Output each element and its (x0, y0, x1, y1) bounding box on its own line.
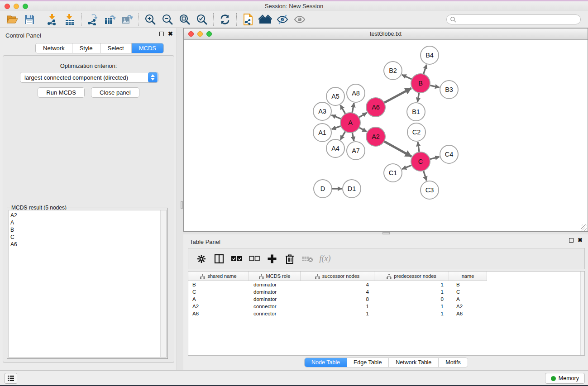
graph-edge-A-A5[interactable] (340, 105, 345, 114)
graph-edge-C-C4[interactable] (430, 157, 439, 159)
column-header-MCDS-role[interactable]: MCDS role (249, 272, 301, 281)
tab-select[interactable]: Select (100, 43, 132, 53)
graph-edge-B-B1[interactable] (417, 93, 419, 102)
control-panel-title: Control Panel (5, 32, 41, 39)
graph-edge-B-B2[interactable] (402, 75, 412, 79)
graph-edge-A2-C[interactable] (384, 141, 411, 157)
tab-network-table[interactable]: Network Table (389, 358, 439, 367)
graph-edge-A-A6[interactable] (359, 113, 367, 118)
close-panel-icon[interactable]: ✖ (168, 32, 173, 36)
graph-edge-A-A4[interactable] (340, 131, 345, 140)
float-panel-icon[interactable] (569, 238, 574, 243)
refresh-view-button[interactable] (216, 12, 234, 27)
tab-motifs[interactable]: Motifs (439, 358, 467, 367)
graph-edge-A6-B[interactable] (384, 88, 411, 103)
graph-node-label: D (320, 185, 325, 192)
column-header-name[interactable]: name (449, 272, 487, 281)
result-item[interactable]: A6 (9, 241, 166, 248)
first-neighbors-button[interactable] (257, 12, 274, 27)
graph-edge-A-A3[interactable] (331, 115, 341, 119)
cell (487, 295, 584, 303)
tab-mcds[interactable]: MCDS (132, 43, 163, 53)
optimization-criterion-select[interactable]: largest connected component (directed) (20, 72, 158, 83)
result-list-scrollbar[interactable] (160, 210, 166, 357)
show-graphics-details-button[interactable] (291, 12, 308, 27)
column-header-successor-nodes[interactable]: successor nodes (301, 272, 374, 281)
attribute-icon (387, 274, 392, 279)
save-session-button[interactable] (21, 12, 38, 27)
network-window-title-bar[interactable]: testGlobe.txt (184, 29, 588, 40)
zoom-fit-button[interactable] (176, 12, 193, 27)
graph-edge-A-A7[interactable] (352, 133, 354, 141)
export-table-button[interactable] (101, 12, 119, 27)
graph-edge-C-C3[interactable] (423, 171, 426, 181)
node-table: shared nameMCDS rolesuccessor nodesprede… (188, 271, 585, 356)
result-item[interactable]: A2 (9, 212, 166, 219)
graph-edge-B-B4[interactable] (423, 65, 426, 74)
trash-icon (285, 254, 294, 264)
result-item[interactable]: B (9, 226, 166, 234)
cell: 8 (301, 295, 374, 303)
open-file-button[interactable] (4, 12, 21, 27)
graph-edge-C-C2[interactable] (418, 142, 419, 152)
network-canvas[interactable]: AA1A3A5A8A6A2A4A7BB2B4B3B1CC2C4C1C3DD1 (184, 40, 588, 231)
search-box[interactable] (446, 14, 581, 24)
tab-network[interactable]: Network (36, 43, 72, 53)
add-column-button[interactable] (266, 253, 278, 265)
run-mcds-button[interactable]: Run MCDS (38, 87, 85, 98)
table-row[interactable]: Cdominator41C (188, 288, 584, 295)
hide-graphics-details-button[interactable] (274, 12, 291, 27)
select-all-columns-button[interactable] (231, 253, 243, 265)
cell: B (449, 281, 487, 288)
search-input[interactable] (456, 15, 580, 24)
close-panel-button[interactable]: Close panel (91, 87, 139, 98)
copy-network-button[interactable] (239, 12, 257, 27)
delete-column-button[interactable] (284, 253, 296, 265)
float-panel-icon[interactable] (159, 32, 164, 36)
zoom-selected-button[interactable] (193, 12, 210, 27)
function-builder-button[interactable]: f(x) (319, 253, 331, 265)
export-network-icon (87, 14, 99, 25)
column-header-predecessor-nodes[interactable]: predecessor nodes (374, 272, 449, 281)
mcds-result-list[interactable]: A2ABCA6 (8, 210, 167, 357)
result-item[interactable]: C (9, 234, 166, 241)
window-title: Session: New Session (0, 3, 588, 10)
task-history-button[interactable] (5, 373, 17, 384)
export-image-button[interactable] (119, 12, 136, 27)
cell: dominator (249, 281, 301, 288)
table-scrollbar[interactable] (580, 272, 584, 355)
graph-edge-C-C1[interactable] (402, 165, 411, 169)
select-stepper-icon[interactable] (148, 72, 158, 82)
unselect-all-columns-button[interactable] (249, 253, 260, 265)
vertical-splitter-handle[interactable] (181, 201, 183, 209)
delete-table-button[interactable] (301, 253, 313, 265)
tab-edge-table[interactable]: Edge Table (347, 358, 389, 367)
import-network-button[interactable] (44, 12, 61, 27)
result-item[interactable]: A (9, 219, 166, 226)
zoom-in-button[interactable] (142, 12, 159, 27)
memory-button[interactable]: Memory (545, 373, 585, 384)
network-graph: AA1A3A5A8A6A2A4A7BB2B4B3B1CC2C4C1C3DD1 (184, 40, 588, 231)
table-row[interactable]: Bdominator41B (188, 281, 584, 288)
table-row[interactable]: A6connector11A6 (188, 310, 584, 317)
close-panel-icon[interactable]: ✖ (578, 238, 583, 243)
export-network-button[interactable] (84, 12, 101, 27)
column-header-shared-name[interactable]: shared name (188, 272, 249, 281)
attribute-icon (259, 274, 264, 279)
table-row[interactable]: A2connector11A2 (188, 303, 584, 310)
resize-grip-icon[interactable] (581, 224, 587, 231)
graph-node-label: A7 (352, 147, 360, 154)
import-table-button[interactable] (61, 12, 78, 27)
cell: A6 (188, 310, 249, 317)
zoom-out-button[interactable] (159, 12, 176, 27)
table-row[interactable]: Adominator80A (188, 295, 584, 303)
table-header-row: shared nameMCDS rolesuccessor nodesprede… (188, 272, 584, 281)
graph-edge-A-A1[interactable] (332, 126, 341, 129)
tab-style[interactable]: Style (72, 43, 100, 53)
graph-edge-A-A2[interactable] (359, 128, 367, 132)
table-options-button[interactable] (196, 253, 207, 265)
tab-node-table[interactable]: Node Table (305, 358, 347, 367)
graph-edge-A-A8[interactable] (352, 103, 354, 113)
show-columns-button[interactable] (213, 253, 225, 265)
graph-edge-B-B3[interactable] (430, 86, 439, 88)
